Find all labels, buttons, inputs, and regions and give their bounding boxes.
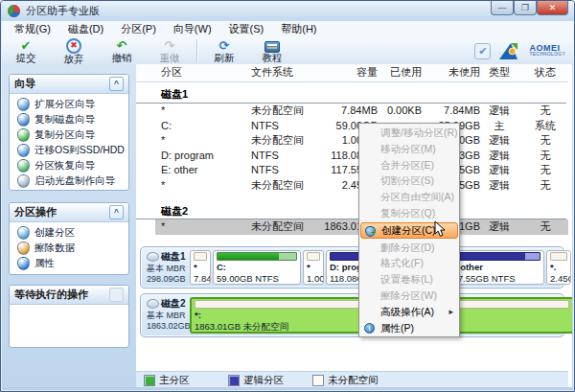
sidebar-op-item-0[interactable]: 创建分区 bbox=[10, 225, 128, 241]
partition-block[interactable]: C:59.00GB NTFS bbox=[213, 250, 301, 285]
discard-button[interactable]: ✖放弃 bbox=[50, 38, 98, 64]
disk-label[interactable]: 磁盘1基本 MBR298.09GB bbox=[147, 250, 187, 285]
sidebar-wizard-item-3[interactable]: 迁移OS到SSD/HDD bbox=[10, 143, 128, 158]
properties-icon: i bbox=[364, 323, 375, 334]
menu-bar: 常规(G)磁盘(D)分区(P)向导(W)设置(S)帮助(H) bbox=[2, 21, 573, 38]
sidebar-wizard-item-1[interactable]: 复制磁盘向导 bbox=[10, 112, 128, 127]
legend-item: 逻辑分区 bbox=[228, 374, 284, 387]
sidebar-op-item-2[interactable]: 属性 bbox=[10, 256, 128, 271]
copy-partition-wizard-icon bbox=[17, 128, 30, 142]
close-button[interactable]: ✕ bbox=[537, 1, 568, 15]
collapse-chevron-icon[interactable]: ^ bbox=[109, 205, 124, 219]
collapse-chevron-icon: ^ bbox=[109, 288, 124, 302]
sidebar-wizard-item-4-label: 分区恢复向导 bbox=[34, 159, 95, 173]
menu-item-5[interactable]: 帮助(H) bbox=[272, 21, 325, 37]
column-header-4: 未使用 bbox=[424, 64, 480, 81]
context-menu-item-12[interactable]: i属性(P) bbox=[360, 320, 458, 336]
cell-status: 系统 bbox=[523, 119, 567, 133]
sidebar-op-item-1[interactable]: 擦除数据 bbox=[10, 241, 128, 256]
disk-label[interactable]: 磁盘2基本 MBR1863.02GB bbox=[147, 297, 187, 334]
cell-capacity: 7.84MB bbox=[314, 104, 378, 118]
partition-row[interactable]: *未分配空间1.00GB1.00GB逻辑无 bbox=[136, 133, 568, 149]
context-menu-item-11[interactable]: 高级操作(A)▸ bbox=[360, 304, 458, 320]
usage-bar bbox=[448, 252, 540, 261]
cell-unused: 7.84MB bbox=[424, 104, 480, 118]
sidebar-wizard-item-5-label: 启动光盘制作向导 bbox=[34, 174, 115, 188]
partition-ops-panel-title: 分区操作 bbox=[14, 205, 109, 219]
minimize-button[interactable]: — bbox=[491, 1, 514, 15]
sidebar-op-item-2-label: 属性 bbox=[34, 257, 55, 270]
disk-icon bbox=[147, 252, 159, 262]
sidebar-wizard-item-4[interactable]: 分区恢复向导 bbox=[10, 158, 128, 173]
wizards-panel-header[interactable]: 向导 ^ bbox=[10, 75, 128, 94]
usage-bar bbox=[307, 252, 320, 261]
migrate-os-icon bbox=[17, 144, 30, 157]
partition-row[interactable]: *未分配空间1863.01GB1863.01GB逻辑无 bbox=[136, 219, 568, 235]
sidebar-wizard-item-3-label: 迁移OS到SSD/HDD bbox=[34, 144, 125, 157]
wizards-panel-title: 向导 bbox=[14, 77, 109, 91]
menu-item-3[interactable]: 向导(W) bbox=[165, 21, 220, 37]
maximize-icon: ❐ bbox=[521, 4, 529, 12]
main-area: 分区文件系统容量已使用未使用类型状态 磁盘1*未分配空间7.84MB0.00KB… bbox=[136, 64, 572, 387]
partition-block[interactable]: *1.00GB bbox=[303, 250, 324, 285]
disk-name: 磁盘1 bbox=[161, 250, 186, 264]
tutorial-button[interactable]: 教程 bbox=[248, 39, 296, 63]
partition-block[interactable]: *.2.45GB bbox=[546, 250, 571, 285]
menu-item-4[interactable]: 设置(S) bbox=[220, 21, 273, 37]
menu-item-0[interactable]: 常规(G) bbox=[6, 21, 59, 37]
column-header-0: 分区 bbox=[161, 64, 249, 81]
usage-bar bbox=[217, 252, 297, 261]
refresh-icon: ⟳ bbox=[219, 39, 230, 53]
partition-ops-panel-header[interactable]: 分区操作 ^ bbox=[10, 203, 128, 222]
wipe-data-icon bbox=[17, 242, 30, 255]
block-label: E: other bbox=[448, 262, 540, 273]
cell-type: 逻辑 bbox=[483, 219, 516, 234]
close-icon: ✕ bbox=[549, 4, 557, 12]
redo-button-label: 重做 bbox=[160, 53, 180, 63]
sidebar-wizard-item-0-label: 扩展分区向导 bbox=[34, 98, 95, 111]
collapse-chevron-icon[interactable]: ^ bbox=[109, 77, 124, 91]
context-menu-item-8: 格式化(F) bbox=[360, 255, 458, 271]
partition-row[interactable]: E: otherNTFS117.55GB101.95GB逻辑无 bbox=[136, 163, 568, 178]
legend-item: 未分配空间 bbox=[312, 374, 379, 387]
undo-button[interactable]: ↶撤销 bbox=[98, 39, 146, 63]
logical-partition-swatch bbox=[228, 375, 240, 386]
toolbar: ✔提交✖放弃↶撤销↷重做⟳刷新教程 ✔ AOMEI TECHNOLOGY bbox=[2, 37, 573, 65]
pending-operations-header[interactable]: 等待执行的操作 ^ bbox=[10, 286, 128, 305]
partition-row[interactable]: D: programNTFS118.08GB61.53GB逻辑无 bbox=[136, 149, 568, 164]
cell-partition: * bbox=[161, 178, 249, 193]
block-size: 2.45GB bbox=[550, 273, 567, 284]
commit-button-label: 提交 bbox=[16, 53, 36, 63]
partition-row[interactable]: C:NTFS59.00GB35.39GB主系统 bbox=[136, 119, 568, 134]
menu-item-2[interactable]: 分区(P) bbox=[112, 21, 165, 37]
pending-operations-list bbox=[10, 305, 128, 348]
minimize-icon: — bbox=[498, 4, 507, 12]
discard-icon: ✖ bbox=[66, 38, 81, 54]
partition-block[interactable]: *7.84MB bbox=[190, 250, 211, 285]
sidebar-wizard-item-5[interactable]: 启动光盘制作向导 bbox=[10, 173, 128, 189]
column-header-5: 类型 bbox=[483, 64, 516, 81]
sidebar-wizard-item-0[interactable]: 扩展分区向导 bbox=[10, 97, 128, 112]
menu-item-1[interactable]: 磁盘(D) bbox=[59, 21, 112, 37]
extend-partition-wizard-icon bbox=[17, 98, 30, 111]
commit-button[interactable]: ✔提交 bbox=[2, 39, 50, 63]
unallocated-space-swatch bbox=[312, 375, 324, 386]
cell-partition: * bbox=[161, 133, 249, 148]
toolbar-buttons: ✔提交✖放弃↶撤销↷重做⟳刷新教程 bbox=[2, 38, 296, 64]
refresh-button[interactable]: ⟳刷新 bbox=[200, 39, 248, 63]
sidebar-wizard-item-2[interactable]: 复制分区向导 bbox=[10, 127, 128, 143]
context-menu-item-5: 复制分区(Q) bbox=[360, 205, 458, 221]
partition-row[interactable]: *未分配空间2.45GB2.45GB逻辑无 bbox=[136, 178, 568, 194]
usage-bar bbox=[550, 252, 567, 261]
context-menu-item-2: 合并分区(E) bbox=[360, 157, 458, 173]
brand-sub: TECHNOLOGY bbox=[529, 53, 565, 58]
tutorial-icon bbox=[264, 41, 280, 53]
titlebar[interactable]: 分区助手专业版 — ❐ ✕ bbox=[1, 1, 574, 21]
cell-status: 无 bbox=[523, 163, 567, 177]
aomei-logo-icon bbox=[498, 40, 521, 61]
cell-status: 无 bbox=[523, 104, 567, 118]
license-check-icon[interactable]: ✔ bbox=[474, 43, 491, 59]
partition-row[interactable]: *未分配空间7.84MB0.00KB7.84MB逻辑无 bbox=[136, 104, 568, 119]
maximize-button[interactable]: ❐ bbox=[514, 1, 537, 15]
context-menu-item-4: 分区自由空间(A) bbox=[360, 189, 458, 205]
